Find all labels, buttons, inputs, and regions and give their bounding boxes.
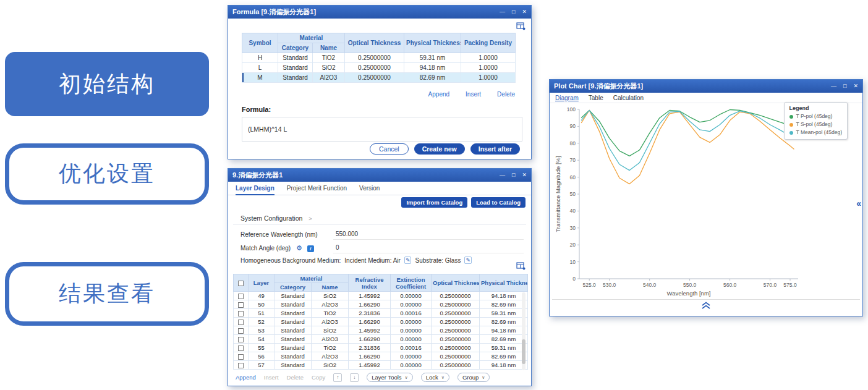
maximize-icon[interactable]: □: [843, 83, 846, 89]
svg-text:575.0: 575.0: [783, 282, 797, 288]
menu-table[interactable]: Table: [589, 95, 603, 101]
plot-titlebar[interactable]: Plot Chart [9.消偏振分光器1] — □ ✕: [550, 80, 862, 93]
plot-window-title: Plot Chart [9.消偏振分光器1]: [554, 82, 831, 91]
match-angle-input[interactable]: 0: [333, 242, 524, 253]
delete-button[interactable]: Delete: [287, 374, 304, 381]
insert-button[interactable]: Insert: [264, 374, 279, 381]
svg-text:100: 100: [567, 106, 576, 112]
system-configuration-toggle[interactable]: System Configuration >: [240, 214, 312, 222]
svg-text:525.0: 525.0: [583, 282, 597, 288]
col-refractive-index[interactable]: Refractive Index: [349, 274, 391, 292]
lock-dropdown[interactable]: Lock ∨: [421, 373, 449, 382]
match-angle-row: Match Angle (deg) ⚙ i 0: [240, 242, 524, 254]
col-symbol[interactable]: Symbol: [242, 33, 278, 53]
edit-icon[interactable]: ✎: [404, 256, 412, 264]
col-layer[interactable]: Layer: [249, 274, 274, 292]
info-icon[interactable]: i: [307, 245, 314, 252]
svg-text:540.0: 540.0: [643, 282, 657, 288]
edit-icon[interactable]: ✎: [464, 256, 472, 264]
col-extinction-coefficient[interactable]: Extinction Coefficient: [391, 274, 432, 292]
tab-version[interactable]: Version: [359, 185, 380, 192]
svg-text:550.0: 550.0: [683, 282, 697, 288]
insert-after-button[interactable]: Insert after: [470, 143, 520, 155]
layer-table-row[interactable]: 49StandardSiO21.459920.000000.2500000094…: [234, 292, 528, 300]
col-category[interactable]: Category: [274, 283, 312, 292]
row-checkbox[interactable]: [238, 302, 244, 308]
layer-table-row[interactable]: 51StandardTiO22.318360.000160.2500000059…: [234, 309, 528, 318]
insert-link[interactable]: Insert: [466, 91, 481, 98]
layer-titlebar[interactable]: 9.消偏振分光器1 — □ ✕: [228, 169, 531, 182]
reference-wavelength-input[interactable]: 550.000: [333, 229, 524, 240]
formula-input[interactable]: (LMHM)^14 L: [242, 117, 522, 142]
scrollbar-thumb[interactable]: [522, 339, 525, 364]
col-physical-thickness[interactable]: Physical Thickness: [480, 274, 528, 292]
load-to-catalog-button[interactable]: Load to Catalog: [471, 197, 525, 208]
formula-table-row[interactable]: MStandardAl2O30.2500000082.69 nm1.0000: [242, 73, 516, 83]
move-down-button[interactable]: ↓: [350, 373, 359, 382]
minimize-icon[interactable]: —: [500, 9, 505, 15]
row-checkbox[interactable]: [238, 345, 244, 351]
move-up-button[interactable]: ↑: [333, 373, 342, 382]
menu-diagram[interactable]: Diagram: [555, 95, 579, 101]
row-checkbox[interactable]: [238, 294, 244, 299]
layer-table-row[interactable]: 56StandardAl2O31.662900.000000.250000008…: [234, 352, 528, 361]
tab-project-merit-function[interactable]: Project Merit Function: [287, 185, 347, 192]
background-medium-label: Homogeneous Background Medium:: [240, 257, 341, 264]
panel-divider: [552, 299, 860, 300]
close-icon[interactable]: ✕: [853, 83, 858, 89]
row-checkbox[interactable]: [238, 363, 244, 368]
group-dropdown[interactable]: Group ∨: [457, 373, 490, 382]
layer-table-row[interactable]: 53StandardSiO21.459920.000000.2500000094…: [234, 326, 528, 335]
layer-table-row[interactable]: 54StandardAl2O31.662900.000000.250000008…: [234, 335, 528, 344]
select-all-checkbox[interactable]: [238, 281, 244, 286]
table-scrollbar[interactable]: [522, 292, 525, 370]
create-new-button[interactable]: Create new: [414, 143, 465, 155]
row-checkbox[interactable]: [238, 311, 244, 316]
col-name[interactable]: Name: [312, 283, 349, 292]
col-optical-thickness[interactable]: Optical Thickness: [432, 274, 480, 292]
append-button[interactable]: Append: [236, 374, 256, 381]
grid-settings-icon[interactable]: [516, 22, 525, 33]
formula-table-row[interactable]: LStandardSiO20.2500000094.18 nm1.0000: [242, 63, 516, 73]
close-icon[interactable]: ✕: [522, 9, 527, 15]
layer-table-row[interactable]: 52StandardAl2O31.662900.000000.250000008…: [234, 318, 528, 326]
col-optical-thickness[interactable]: Optical Thickness: [345, 33, 404, 53]
chevron-down-icon: ∨: [405, 375, 408, 380]
layer-table: Layer Material Refractive Index Extincti…: [233, 274, 528, 370]
layer-tools-dropdown[interactable]: Layer Tools ∨: [367, 373, 413, 382]
row-checkbox[interactable]: [238, 354, 244, 360]
cancel-button[interactable]: Cancel: [370, 143, 409, 155]
col-name[interactable]: Name: [313, 43, 345, 53]
col-physical-thickness[interactable]: Physical Thickness: [404, 33, 461, 53]
maximize-icon[interactable]: □: [512, 172, 515, 178]
row-checkbox[interactable]: [238, 337, 244, 342]
col-material[interactable]: Material: [278, 33, 345, 43]
formula-value: (LMHM)^14 L: [248, 125, 287, 133]
expand-up-icon[interactable]: [701, 300, 711, 312]
col-material[interactable]: Material: [274, 274, 349, 283]
background-medium-row: Homogeneous Background Medium: Incident …: [240, 256, 510, 264]
tab-layer-design[interactable]: Layer Design: [236, 185, 274, 192]
gear-icon[interactable]: ⚙: [296, 244, 302, 252]
menu-calculation[interactable]: Calculation: [613, 95, 644, 101]
layer-table-row[interactable]: 50StandardAl2O31.662900.000000.250000008…: [234, 300, 528, 309]
col-category[interactable]: Category: [278, 43, 313, 53]
incident-medium-value: Incident Medium: Air: [344, 257, 401, 264]
copy-button[interactable]: Copy: [312, 374, 325, 381]
import-from-catalog-button[interactable]: Import from Catalog: [401, 197, 467, 208]
row-checkbox[interactable]: [238, 328, 244, 334]
delete-link[interactable]: Delete: [497, 91, 515, 98]
row-checkbox[interactable]: [238, 320, 244, 325]
formula-titlebar[interactable]: Formula [9.消偏振分光器1] — □ ✕: [228, 6, 531, 19]
collapse-panel-icon[interactable]: «: [856, 198, 861, 208]
append-link[interactable]: Append: [428, 91, 449, 98]
layer-table-row[interactable]: 57StandardSiO21.459920.000000.2500000094…: [234, 361, 528, 370]
maximize-icon[interactable]: □: [512, 9, 515, 15]
minimize-icon[interactable]: —: [500, 172, 505, 178]
close-icon[interactable]: ✕: [522, 172, 527, 178]
grid-settings-icon[interactable]: [516, 261, 525, 273]
layer-table-row[interactable]: 55StandardTiO22.318360.000160.2500000059…: [234, 344, 528, 352]
col-packing-density[interactable]: Packing Density: [461, 33, 516, 53]
formula-table-row[interactable]: HStandardTiO20.2500000059.31 nm1.0000: [242, 53, 516, 63]
minimize-icon[interactable]: —: [831, 83, 836, 89]
